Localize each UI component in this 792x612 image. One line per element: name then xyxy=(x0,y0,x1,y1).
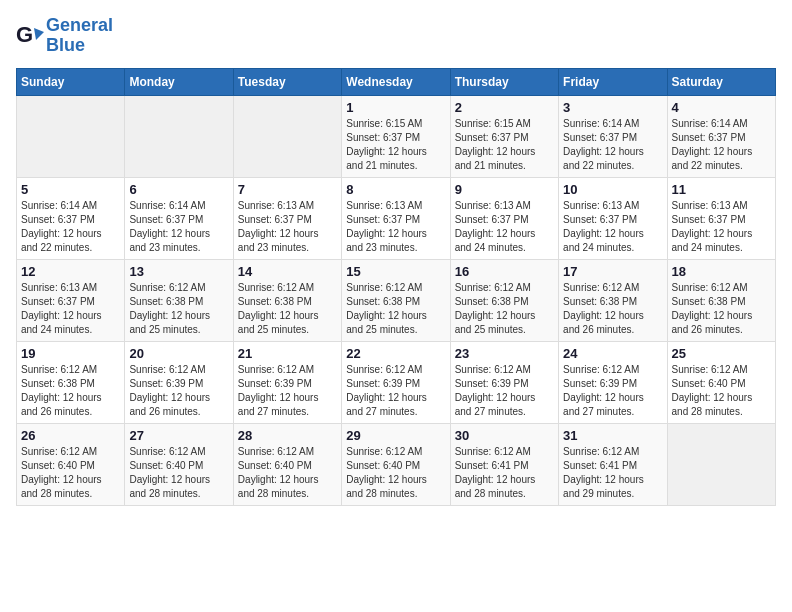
day-info: Sunrise: 6:12 AMSunset: 6:38 PMDaylight:… xyxy=(21,363,120,419)
day-info: Sunrise: 6:12 AMSunset: 6:39 PMDaylight:… xyxy=(346,363,445,419)
day-info: Sunrise: 6:14 AMSunset: 6:37 PMDaylight:… xyxy=(129,199,228,255)
day-info: Sunrise: 6:13 AMSunset: 6:37 PMDaylight:… xyxy=(238,199,337,255)
calendar-cell: 3Sunrise: 6:14 AMSunset: 6:37 PMDaylight… xyxy=(559,95,667,177)
calendar-cell: 11Sunrise: 6:13 AMSunset: 6:37 PMDayligh… xyxy=(667,177,775,259)
day-number: 11 xyxy=(672,182,771,197)
page-header: G GeneralBlue xyxy=(16,16,776,56)
calendar-cell: 17Sunrise: 6:12 AMSunset: 6:38 PMDayligh… xyxy=(559,259,667,341)
day-info: Sunrise: 6:15 AMSunset: 6:37 PMDaylight:… xyxy=(346,117,445,173)
weekday-sunday: Sunday xyxy=(17,68,125,95)
calendar-cell: 5Sunrise: 6:14 AMSunset: 6:37 PMDaylight… xyxy=(17,177,125,259)
calendar-week-1: 1Sunrise: 6:15 AMSunset: 6:37 PMDaylight… xyxy=(17,95,776,177)
day-number: 15 xyxy=(346,264,445,279)
day-info: Sunrise: 6:12 AMSunset: 6:40 PMDaylight:… xyxy=(346,445,445,501)
day-info: Sunrise: 6:13 AMSunset: 6:37 PMDaylight:… xyxy=(346,199,445,255)
calendar-cell: 14Sunrise: 6:12 AMSunset: 6:38 PMDayligh… xyxy=(233,259,341,341)
calendar-cell: 31Sunrise: 6:12 AMSunset: 6:41 PMDayligh… xyxy=(559,423,667,505)
day-number: 29 xyxy=(346,428,445,443)
calendar-cell: 12Sunrise: 6:13 AMSunset: 6:37 PMDayligh… xyxy=(17,259,125,341)
calendar-cell: 18Sunrise: 6:12 AMSunset: 6:38 PMDayligh… xyxy=(667,259,775,341)
day-info: Sunrise: 6:15 AMSunset: 6:37 PMDaylight:… xyxy=(455,117,554,173)
calendar-cell: 30Sunrise: 6:12 AMSunset: 6:41 PMDayligh… xyxy=(450,423,558,505)
day-info: Sunrise: 6:12 AMSunset: 6:39 PMDaylight:… xyxy=(563,363,662,419)
calendar-body: 1Sunrise: 6:15 AMSunset: 6:37 PMDaylight… xyxy=(17,95,776,505)
day-number: 10 xyxy=(563,182,662,197)
day-number: 18 xyxy=(672,264,771,279)
day-info: Sunrise: 6:12 AMSunset: 6:38 PMDaylight:… xyxy=(346,281,445,337)
day-number: 7 xyxy=(238,182,337,197)
day-number: 4 xyxy=(672,100,771,115)
day-number: 5 xyxy=(21,182,120,197)
calendar-cell: 21Sunrise: 6:12 AMSunset: 6:39 PMDayligh… xyxy=(233,341,341,423)
day-info: Sunrise: 6:12 AMSunset: 6:40 PMDaylight:… xyxy=(129,445,228,501)
calendar-cell: 4Sunrise: 6:14 AMSunset: 6:37 PMDaylight… xyxy=(667,95,775,177)
day-number: 17 xyxy=(563,264,662,279)
day-number: 26 xyxy=(21,428,120,443)
logo-icon: G xyxy=(16,22,44,50)
calendar-cell: 1Sunrise: 6:15 AMSunset: 6:37 PMDaylight… xyxy=(342,95,450,177)
weekday-friday: Friday xyxy=(559,68,667,95)
svg-text:G: G xyxy=(16,22,33,47)
calendar-cell: 2Sunrise: 6:15 AMSunset: 6:37 PMDaylight… xyxy=(450,95,558,177)
day-number: 19 xyxy=(21,346,120,361)
day-number: 2 xyxy=(455,100,554,115)
day-info: Sunrise: 6:13 AMSunset: 6:37 PMDaylight:… xyxy=(21,281,120,337)
day-number: 12 xyxy=(21,264,120,279)
day-info: Sunrise: 6:12 AMSunset: 6:38 PMDaylight:… xyxy=(563,281,662,337)
calendar-cell: 9Sunrise: 6:13 AMSunset: 6:37 PMDaylight… xyxy=(450,177,558,259)
day-info: Sunrise: 6:12 AMSunset: 6:38 PMDaylight:… xyxy=(672,281,771,337)
day-number: 13 xyxy=(129,264,228,279)
day-info: Sunrise: 6:14 AMSunset: 6:37 PMDaylight:… xyxy=(563,117,662,173)
weekday-header-row: SundayMondayTuesdayWednesdayThursdayFrid… xyxy=(17,68,776,95)
calendar-cell: 7Sunrise: 6:13 AMSunset: 6:37 PMDaylight… xyxy=(233,177,341,259)
calendar-cell: 25Sunrise: 6:12 AMSunset: 6:40 PMDayligh… xyxy=(667,341,775,423)
day-number: 27 xyxy=(129,428,228,443)
day-info: Sunrise: 6:12 AMSunset: 6:38 PMDaylight:… xyxy=(129,281,228,337)
day-info: Sunrise: 6:12 AMSunset: 6:39 PMDaylight:… xyxy=(129,363,228,419)
day-number: 14 xyxy=(238,264,337,279)
day-info: Sunrise: 6:13 AMSunset: 6:37 PMDaylight:… xyxy=(672,199,771,255)
calendar-cell: 16Sunrise: 6:12 AMSunset: 6:38 PMDayligh… xyxy=(450,259,558,341)
day-info: Sunrise: 6:14 AMSunset: 6:37 PMDaylight:… xyxy=(21,199,120,255)
day-number: 9 xyxy=(455,182,554,197)
calendar-week-4: 19Sunrise: 6:12 AMSunset: 6:38 PMDayligh… xyxy=(17,341,776,423)
weekday-wednesday: Wednesday xyxy=(342,68,450,95)
day-info: Sunrise: 6:13 AMSunset: 6:37 PMDaylight:… xyxy=(563,199,662,255)
day-number: 1 xyxy=(346,100,445,115)
logo-text: GeneralBlue xyxy=(46,16,113,56)
day-number: 22 xyxy=(346,346,445,361)
calendar-header: SundayMondayTuesdayWednesdayThursdayFrid… xyxy=(17,68,776,95)
day-info: Sunrise: 6:12 AMSunset: 6:40 PMDaylight:… xyxy=(238,445,337,501)
calendar-cell: 27Sunrise: 6:12 AMSunset: 6:40 PMDayligh… xyxy=(125,423,233,505)
calendar-cell xyxy=(125,95,233,177)
calendar-cell: 8Sunrise: 6:13 AMSunset: 6:37 PMDaylight… xyxy=(342,177,450,259)
weekday-tuesday: Tuesday xyxy=(233,68,341,95)
calendar-cell: 26Sunrise: 6:12 AMSunset: 6:40 PMDayligh… xyxy=(17,423,125,505)
day-number: 20 xyxy=(129,346,228,361)
calendar-cell xyxy=(17,95,125,177)
day-info: Sunrise: 6:13 AMSunset: 6:37 PMDaylight:… xyxy=(455,199,554,255)
day-number: 8 xyxy=(346,182,445,197)
calendar-cell: 29Sunrise: 6:12 AMSunset: 6:40 PMDayligh… xyxy=(342,423,450,505)
day-info: Sunrise: 6:12 AMSunset: 6:41 PMDaylight:… xyxy=(455,445,554,501)
calendar-cell: 6Sunrise: 6:14 AMSunset: 6:37 PMDaylight… xyxy=(125,177,233,259)
day-info: Sunrise: 6:12 AMSunset: 6:38 PMDaylight:… xyxy=(455,281,554,337)
day-number: 28 xyxy=(238,428,337,443)
day-info: Sunrise: 6:14 AMSunset: 6:37 PMDaylight:… xyxy=(672,117,771,173)
day-info: Sunrise: 6:12 AMSunset: 6:41 PMDaylight:… xyxy=(563,445,662,501)
day-number: 25 xyxy=(672,346,771,361)
day-number: 3 xyxy=(563,100,662,115)
weekday-thursday: Thursday xyxy=(450,68,558,95)
day-number: 21 xyxy=(238,346,337,361)
day-info: Sunrise: 6:12 AMSunset: 6:38 PMDaylight:… xyxy=(238,281,337,337)
calendar-cell: 13Sunrise: 6:12 AMSunset: 6:38 PMDayligh… xyxy=(125,259,233,341)
calendar-cell: 10Sunrise: 6:13 AMSunset: 6:37 PMDayligh… xyxy=(559,177,667,259)
weekday-monday: Monday xyxy=(125,68,233,95)
day-number: 24 xyxy=(563,346,662,361)
calendar-cell: 20Sunrise: 6:12 AMSunset: 6:39 PMDayligh… xyxy=(125,341,233,423)
svg-marker-1 xyxy=(34,28,44,40)
day-info: Sunrise: 6:12 AMSunset: 6:40 PMDaylight:… xyxy=(21,445,120,501)
day-info: Sunrise: 6:12 AMSunset: 6:39 PMDaylight:… xyxy=(238,363,337,419)
calendar-cell xyxy=(667,423,775,505)
day-number: 31 xyxy=(563,428,662,443)
